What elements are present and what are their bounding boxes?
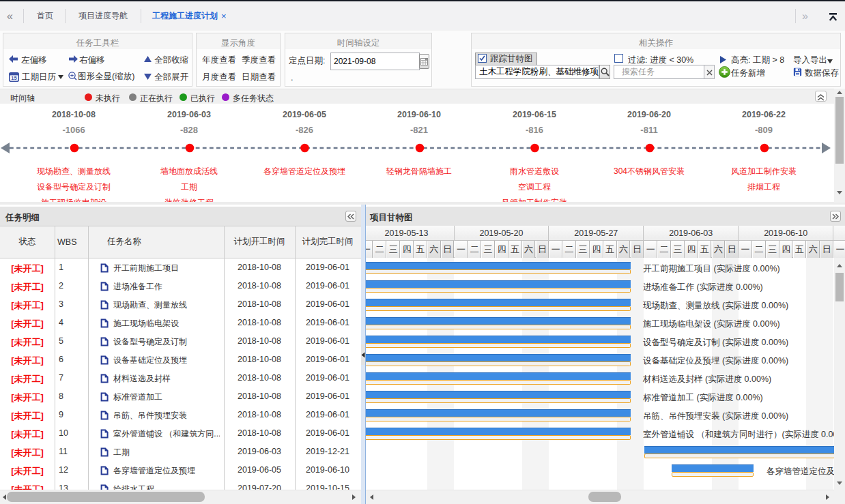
- svg-text:15: 15: [11, 75, 16, 81]
